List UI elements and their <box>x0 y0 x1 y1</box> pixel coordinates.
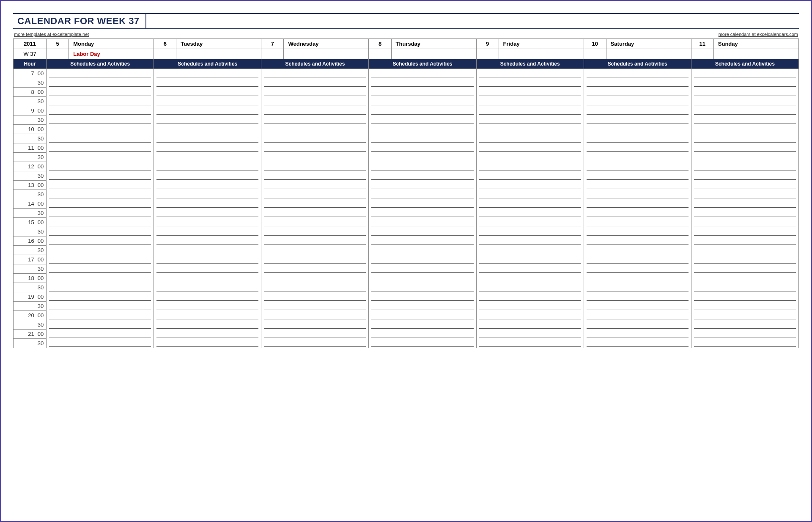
schedule-slot[interactable] <box>691 236 798 246</box>
schedule-slot[interactable] <box>154 209 261 218</box>
schedule-slot[interactable] <box>47 171 154 181</box>
schedule-slot[interactable] <box>369 311 476 320</box>
schedule-slot[interactable] <box>261 199 369 209</box>
schedule-slot[interactable] <box>47 97 154 106</box>
schedule-slot[interactable] <box>691 106 798 115</box>
link-more-calendars[interactable]: more calendars at excelcalendars.com <box>719 32 798 37</box>
schedule-slot[interactable] <box>261 97 369 106</box>
schedule-slot[interactable] <box>47 274 154 283</box>
schedule-slot[interactable] <box>261 311 369 320</box>
schedule-slot[interactable] <box>584 88 691 97</box>
schedule-slot[interactable] <box>691 88 798 97</box>
schedule-slot[interactable] <box>369 283 476 292</box>
schedule-slot[interactable] <box>691 153 798 162</box>
schedule-slot[interactable] <box>584 134 691 143</box>
schedule-slot[interactable] <box>691 190 798 199</box>
schedule-slot[interactable] <box>476 125 584 134</box>
schedule-slot[interactable] <box>261 330 369 339</box>
schedule-slot[interactable] <box>154 153 261 162</box>
schedule-slot[interactable] <box>476 209 584 218</box>
schedule-slot[interactable] <box>369 320 476 330</box>
schedule-slot[interactable] <box>476 134 584 143</box>
schedule-slot[interactable] <box>584 330 691 339</box>
schedule-slot[interactable] <box>691 209 798 218</box>
schedule-slot[interactable] <box>476 69 584 78</box>
schedule-slot[interactable] <box>261 264 369 274</box>
schedule-slot[interactable] <box>476 311 584 320</box>
schedule-slot[interactable] <box>691 264 798 274</box>
schedule-slot[interactable] <box>47 209 154 218</box>
schedule-slot[interactable] <box>369 125 476 134</box>
schedule-slot[interactable] <box>47 227 154 236</box>
schedule-slot[interactable] <box>261 143 369 153</box>
schedule-slot[interactable] <box>261 190 369 199</box>
schedule-slot[interactable] <box>47 255 154 264</box>
schedule-slot[interactable] <box>584 246 691 255</box>
schedule-slot[interactable] <box>691 320 798 330</box>
schedule-slot[interactable] <box>261 283 369 292</box>
schedule-slot[interactable] <box>261 255 369 264</box>
schedule-slot[interactable] <box>154 97 261 106</box>
schedule-slot[interactable] <box>369 330 476 339</box>
schedule-slot[interactable] <box>261 274 369 283</box>
schedule-slot[interactable] <box>369 255 476 264</box>
schedule-slot[interactable] <box>154 339 261 348</box>
schedule-slot[interactable] <box>584 115 691 125</box>
schedule-slot[interactable] <box>584 264 691 274</box>
schedule-slot[interactable] <box>154 255 261 264</box>
schedule-slot[interactable] <box>476 283 584 292</box>
schedule-slot[interactable] <box>369 292 476 302</box>
schedule-slot[interactable] <box>476 199 584 209</box>
schedule-slot[interactable] <box>261 181 369 190</box>
schedule-slot[interactable] <box>154 320 261 330</box>
schedule-slot[interactable] <box>584 302 691 311</box>
schedule-slot[interactable] <box>584 125 691 134</box>
schedule-slot[interactable] <box>584 292 691 302</box>
schedule-slot[interactable] <box>47 69 154 78</box>
schedule-slot[interactable] <box>584 97 691 106</box>
schedule-slot[interactable] <box>584 181 691 190</box>
schedule-slot[interactable] <box>154 302 261 311</box>
schedule-slot[interactable] <box>154 190 261 199</box>
schedule-slot[interactable] <box>47 106 154 115</box>
schedule-slot[interactable] <box>47 78 154 88</box>
schedule-slot[interactable] <box>369 134 476 143</box>
schedule-slot[interactable] <box>476 106 584 115</box>
schedule-slot[interactable] <box>47 125 154 134</box>
schedule-slot[interactable] <box>154 78 261 88</box>
schedule-slot[interactable] <box>154 115 261 125</box>
schedule-slot[interactable] <box>476 115 584 125</box>
schedule-slot[interactable] <box>369 69 476 78</box>
schedule-slot[interactable] <box>47 302 154 311</box>
schedule-slot[interactable] <box>691 115 798 125</box>
schedule-slot[interactable] <box>584 153 691 162</box>
schedule-slot[interactable] <box>369 97 476 106</box>
schedule-slot[interactable] <box>476 330 584 339</box>
schedule-slot[interactable] <box>261 339 369 348</box>
schedule-slot[interactable] <box>584 320 691 330</box>
schedule-slot[interactable] <box>476 88 584 97</box>
schedule-slot[interactable] <box>154 227 261 236</box>
schedule-slot[interactable] <box>154 125 261 134</box>
schedule-slot[interactable] <box>261 209 369 218</box>
schedule-slot[interactable] <box>47 153 154 162</box>
schedule-slot[interactable] <box>584 209 691 218</box>
schedule-slot[interactable] <box>154 181 261 190</box>
schedule-slot[interactable] <box>261 320 369 330</box>
schedule-slot[interactable] <box>261 218 369 227</box>
schedule-slot[interactable] <box>691 283 798 292</box>
schedule-slot[interactable] <box>154 106 261 115</box>
schedule-slot[interactable] <box>47 199 154 209</box>
schedule-slot[interactable] <box>47 283 154 292</box>
schedule-slot[interactable] <box>154 236 261 246</box>
schedule-slot[interactable] <box>476 302 584 311</box>
schedule-slot[interactable] <box>691 171 798 181</box>
schedule-slot[interactable] <box>476 227 584 236</box>
schedule-slot[interactable] <box>261 69 369 78</box>
schedule-slot[interactable] <box>691 330 798 339</box>
schedule-slot[interactable] <box>584 283 691 292</box>
schedule-slot[interactable] <box>369 274 476 283</box>
schedule-slot[interactable] <box>154 171 261 181</box>
schedule-slot[interactable] <box>691 218 798 227</box>
schedule-slot[interactable] <box>154 292 261 302</box>
